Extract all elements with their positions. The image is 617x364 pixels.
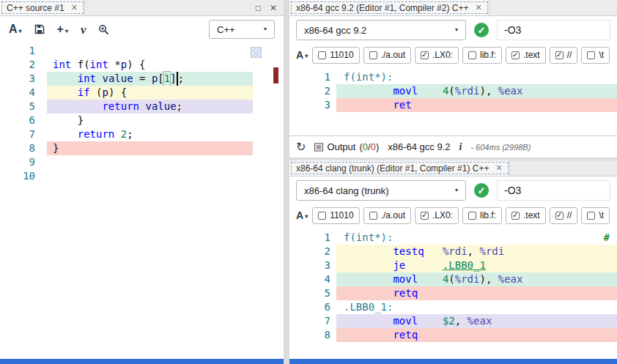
vim-toggle-button[interactable]: v — [81, 23, 86, 36]
token — [344, 272, 393, 286]
checkbox-unchecked-icon — [369, 212, 377, 220]
filter-library-functions[interactable]: lib.f: — [462, 207, 502, 224]
magnifier-icon — [98, 24, 109, 35]
editor-widget-decoration — [251, 47, 262, 58]
add-pane-button[interactable]: + ▾ — [57, 23, 68, 35]
line-text: retq — [336, 328, 617, 342]
compiler-selector[interactable]: x86-64 gcc 9.2 ▾ — [296, 20, 466, 40]
filter-unused-labels[interactable]: ✓.LX0: — [415, 47, 459, 64]
line-number: 3 — [289, 259, 336, 272]
filter-whitespace[interactable]: \t — [581, 207, 610, 224]
window-controls: □ ✕ — [249, 0, 284, 15]
compiler-options-input[interactable] — [497, 20, 610, 40]
token: # — [604, 231, 617, 245]
code-line[interactable]: 3 je .LBB0_1 — [289, 259, 617, 272]
checkbox-unchecked-icon — [318, 51, 326, 59]
gcc-filters-toolbar: A ▾ 11010./a.out✓.LX0:lib.f:✓.text✓//\t — [289, 44, 617, 66]
token: 4 — [443, 84, 448, 98]
line-number: 9 — [0, 155, 47, 169]
font-size-button[interactable]: A ▾ — [9, 23, 22, 35]
code-line[interactable]: 1f(int*):# — [289, 231, 617, 245]
info-icon[interactable]: i — [459, 141, 462, 153]
font-size-button[interactable]: A ▾ — [296, 50, 308, 60]
save-icon[interactable] — [34, 24, 45, 34]
token: , — [468, 245, 480, 259]
code-line[interactable]: 9 — [0, 155, 284, 169]
filter-binary[interactable]: 11010 — [312, 207, 359, 224]
code-line[interactable]: 8 retq — [289, 328, 617, 342]
line-text: if (p) { — [47, 86, 253, 100]
filter-execute[interactable]: ./a.out — [363, 207, 411, 224]
token — [344, 245, 393, 259]
token — [344, 314, 393, 328]
token: ( — [448, 84, 454, 98]
filter-label: // — [567, 210, 572, 220]
output-list-icon — [314, 143, 323, 152]
filter-binary[interactable]: 11010 — [312, 47, 359, 64]
tab-close-icon[interactable]: ✕ — [495, 163, 502, 173]
compiler-options-input[interactable] — [497, 180, 610, 201]
search-icon[interactable] — [98, 24, 109, 35]
filter-unused-labels[interactable]: ✓.LX0: — [415, 207, 459, 224]
code-line[interactable]: 3 int value = p[1]; — [0, 72, 284, 86]
filter-label: // — [567, 50, 572, 60]
label-link[interactable]: .LBB0_1 — [443, 259, 486, 272]
checkbox-unchecked-icon — [468, 51, 476, 59]
code-line[interactable]: 4 movl 4(%rdi), %eax — [289, 272, 617, 286]
tab-gcc-compiler[interactable]: x86-64 gcc 9.2 (Editor #1, Compiler #2) … — [289, 0, 489, 15]
code-line[interactable]: 2 movl 4(%rdi), %eax — [289, 84, 617, 98]
line-text: } — [47, 114, 253, 127]
line-text — [47, 169, 253, 183]
tab-cpp-source[interactable]: C++ source #1 ✕ — [0, 0, 85, 15]
filter-label: .text — [523, 210, 540, 220]
code-line[interactable]: 10 — [0, 169, 284, 183]
filter-directives[interactable]: ✓.text — [506, 47, 546, 64]
tab-title: x86-64 gcc 9.2 (Editor #1, Compiler #2) … — [296, 3, 468, 13]
compiler-selector[interactable]: x86-64 clang (trunk) ▾ — [296, 180, 466, 201]
filter-label: \t — [599, 50, 604, 60]
tab-close-icon[interactable]: ✕ — [71, 3, 78, 12]
source-code-editor[interactable]: 12int f(int *p) {3 int value = p[1];4 if… — [0, 42, 284, 359]
token: %rdi — [443, 245, 468, 259]
checkbox-checked-icon: ✓ — [421, 51, 429, 59]
token: ret — [393, 98, 411, 112]
code-line[interactable]: 6 } — [0, 114, 284, 127]
token: ] — [170, 72, 176, 86]
filter-comments[interactable]: ✓// — [550, 207, 578, 224]
code-line[interactable]: 5 retq — [289, 286, 617, 300]
font-size-button[interactable]: A ▾ — [296, 210, 308, 220]
refresh-icon[interactable]: ↻ — [296, 141, 306, 153]
output-counts: (0/0) — [359, 141, 379, 152]
code-line[interactable]: 7 movl $2, %eax — [289, 314, 617, 328]
code-line[interactable]: 6.LBB0_1: — [289, 300, 617, 314]
line-text: .LBB0_1: — [336, 300, 617, 314]
code-line[interactable]: 3 ret — [289, 98, 617, 112]
code-line[interactable]: 5 return value; — [0, 100, 284, 114]
filter-buttons: 11010./a.out✓.LX0:lib.f:✓.text✓//\t — [312, 207, 610, 224]
code-line[interactable]: 2 testq %rdi, %rdi — [289, 245, 617, 259]
line-number: 3 — [289, 98, 336, 112]
filter-directives[interactable]: ✓.text — [506, 207, 546, 224]
tab-clang-compiler[interactable]: x86-64 clang (trunk) (Editor #1, Compile… — [289, 160, 510, 176]
code-line[interactable]: 1 — [0, 44, 284, 58]
code-line[interactable]: 7 return 2; — [0, 127, 284, 141]
output-toggle[interactable]: Output (0/0) — [314, 141, 379, 152]
code-line[interactable]: 1f(int*): — [289, 70, 617, 84]
code-line[interactable]: 4 if (p) { — [0, 86, 284, 100]
filter-comments[interactable]: ✓// — [550, 47, 578, 64]
code-line[interactable]: 8} — [0, 141, 284, 155]
filter-library-functions[interactable]: lib.f: — [462, 47, 502, 64]
gcc-asm-output-editor[interactable]: 1f(int*):2 movl 4(%rdi), %eax3 ret — [289, 66, 617, 135]
maximize-icon[interactable]: □ — [256, 3, 261, 13]
filter-execute[interactable]: ./a.out — [363, 47, 411, 64]
code-line[interactable]: 2int f(int *p) { — [0, 58, 284, 72]
tab-close-icon[interactable]: ✕ — [475, 3, 481, 12]
line-number: 7 — [289, 314, 336, 328]
token: ) { — [108, 86, 127, 100]
font-icon: A — [296, 210, 303, 220]
filter-whitespace[interactable]: \t — [581, 47, 610, 64]
clang-asm-output-editor[interactable]: 1f(int*):#2 testq %rdi, %rdi3 je .LBB0_1… — [289, 226, 617, 359]
close-icon[interactable]: ✕ — [270, 3, 277, 13]
language-selector[interactable]: C++ ▾ — [209, 20, 275, 39]
stderr-count: 0 — [371, 141, 376, 152]
